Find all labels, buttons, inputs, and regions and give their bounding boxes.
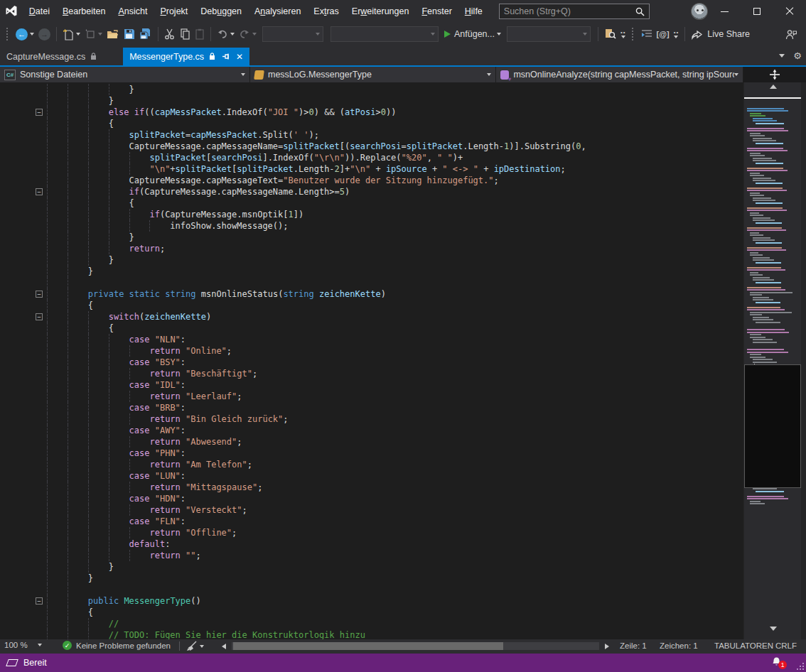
code-line: case "NLN":	[31, 334, 743, 345]
back-arrow-icon: ←	[16, 28, 28, 40]
undo-icon	[217, 29, 228, 39]
add-item-icon	[85, 28, 96, 40]
menu-item-erweiterungen[interactable]: Erweiterungen	[345, 0, 416, 23]
tab-options-gear-icon[interactable]: ⚙	[793, 51, 802, 60]
window-controls	[708, 0, 806, 23]
scroll-down-button[interactable]	[770, 627, 777, 631]
chevron-down-icon	[241, 73, 245, 76]
scrollbar-track[interactable]	[232, 642, 599, 650]
live-share-icon	[691, 29, 703, 40]
editor-right-edge	[801, 82, 806, 639]
minimap-scrollbar[interactable]	[743, 82, 806, 639]
attach-button[interactable]: Anfügen...	[442, 26, 503, 43]
at-brackets-button[interactable]: [@]	[655, 26, 672, 43]
save-all-button[interactable]	[137, 26, 154, 43]
save-button[interactable]	[122, 26, 137, 43]
resize-grip[interactable]	[797, 663, 804, 670]
fold-toggle[interactable]: −	[36, 188, 43, 195]
redo-button[interactable]	[237, 26, 259, 43]
code-line: case "BRB":	[31, 402, 743, 413]
zoom-select[interactable]: 100 %	[4, 641, 42, 649]
tab-label: CaptureMessage.cs	[6, 52, 85, 62]
cut-button[interactable]	[162, 26, 178, 43]
type-dropdown[interactable]: messLoG.MessengerType	[250, 67, 496, 82]
tab-messengertype[interactable]: MessengerType.cs ✕	[123, 48, 249, 65]
feedback-person-icon	[785, 29, 797, 40]
problems-indicator[interactable]: ✓ Keine Probleme gefunden	[63, 641, 171, 650]
search-box[interactable]: Suchen (Strg+Q)	[499, 4, 650, 19]
menu-item-analysieren[interactable]: Analysieren	[248, 0, 307, 23]
triangle-up-icon	[770, 85, 777, 89]
code-pane[interactable]: }}−else if((capMessPacket.IndexOf("JOI "…	[0, 82, 743, 639]
csharp-file-icon: C#	[4, 70, 16, 80]
tab-capturemessage[interactable]: CaptureMessage.cs	[0, 48, 103, 65]
project-label: Sonstige Dateien	[20, 70, 87, 80]
solution-config-combobox[interactable]	[262, 26, 323, 42]
menu-item-ansicht[interactable]: Ansicht	[112, 0, 154, 23]
menu-item-bearbeiten[interactable]: Bearbeiten	[56, 0, 112, 23]
toolbar-drag-handle[interactable]	[6, 28, 10, 40]
split-editor-handle[interactable]	[743, 67, 806, 82]
project-dropdown[interactable]: C# Sonstige Dateien	[0, 67, 250, 82]
search-input[interactable]: Suchen (Strg+Q)	[504, 6, 635, 16]
menu-item-datei[interactable]: Datei	[23, 0, 56, 23]
code-line: {	[31, 197, 743, 209]
code-editor[interactable]: }}−else if((capMessPacket.IndexOf("JOI "…	[0, 82, 806, 639]
member-dropdown[interactable]: msnOnlineAnalyze(string capMessPacket, s…	[496, 67, 743, 82]
indent-button[interactable]	[639, 26, 655, 43]
add-item-button[interactable]	[82, 26, 104, 43]
navigate-forward-button[interactable]: →	[36, 26, 53, 43]
column-indicator: Zeichen: 1	[660, 641, 698, 650]
fold-toggle[interactable]: −	[36, 597, 43, 605]
navigate-back-button[interactable]: ←	[14, 26, 36, 43]
toolbar-drag-handle[interactable]	[632, 28, 635, 40]
eol-indicator[interactable]: CRLF	[775, 641, 797, 650]
user-avatar[interactable]	[691, 3, 708, 20]
code-line: −else if((capMessPacket.IndexOf("JOI ")>…	[31, 107, 743, 118]
menu-item-fenster[interactable]: Fenster	[415, 0, 458, 23]
scroll-left-button[interactable]	[222, 644, 226, 649]
maximize-button[interactable]	[741, 0, 773, 23]
toolbar-overflow-button[interactable]: ••	[620, 31, 626, 38]
find-in-files-icon	[604, 28, 616, 40]
code-line: if(CaptureMessage.msnOptik[1])	[31, 209, 743, 220]
code-line: case "AWY":	[31, 425, 743, 436]
feedback-button[interactable]	[783, 26, 799, 43]
startup-project-combobox[interactable]	[331, 26, 439, 42]
toolbar-overflow-button[interactable]: ••	[674, 31, 679, 38]
fold-toggle[interactable]: −	[36, 291, 43, 298]
code-line: return "Beschäftigt";	[31, 368, 743, 379]
undo-button[interactable]	[215, 26, 237, 43]
fold-toggle[interactable]: −	[36, 109, 43, 116]
scrollbar-thumb[interactable]	[233, 642, 503, 650]
menu-item-debuggen[interactable]: Debuggen	[194, 0, 248, 23]
paste-button[interactable]	[193, 26, 207, 43]
tab-pin-icon[interactable]	[222, 53, 230, 60]
minimap[interactable]	[744, 102, 801, 625]
close-button[interactable]	[773, 0, 806, 23]
menu-item-projekt[interactable]: Projekt	[154, 0, 194, 23]
new-project-button[interactable]	[60, 26, 82, 43]
copy-button[interactable]	[178, 26, 193, 43]
minimap-viewport[interactable]	[744, 364, 801, 488]
find-in-files-button[interactable]	[602, 26, 618, 43]
code-line: {	[31, 118, 743, 129]
tabs-indicator[interactable]: TABULATOREN	[714, 641, 773, 650]
visual-studio-logo-icon	[0, 0, 23, 23]
code-line: CaptureMessage.capMessageName=splitPacke…	[31, 141, 743, 152]
code-line: }	[31, 84, 743, 95]
notification-bell-button[interactable]: 1	[771, 656, 782, 667]
open-file-button[interactable]	[104, 26, 122, 43]
tab-list-chevron[interactable]	[779, 54, 785, 58]
platform-combobox[interactable]	[507, 26, 591, 42]
horizontal-scrollbar[interactable]	[222, 641, 609, 651]
live-share-button[interactable]: Live Share	[689, 26, 752, 43]
menu-item-hilfe[interactable]: Hilfe	[458, 0, 489, 23]
scroll-up-button[interactable]	[770, 85, 777, 89]
code-cleanup-button[interactable]	[186, 641, 204, 651]
tab-close-icon[interactable]: ✕	[236, 52, 243, 62]
fold-toggle[interactable]: −	[36, 313, 43, 320]
scroll-right-button[interactable]	[605, 644, 609, 649]
menu-item-extras[interactable]: Extras	[307, 0, 345, 23]
minimize-button[interactable]	[708, 0, 741, 23]
